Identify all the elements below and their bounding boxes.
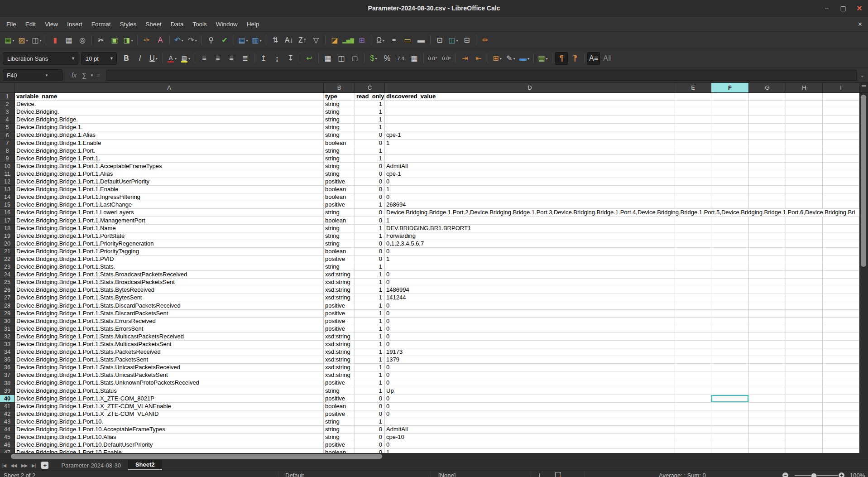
cell-C33[interactable]: 1: [355, 341, 385, 348]
date-format-button[interactable]: ▦: [408, 52, 421, 65]
split-handle-icon[interactable]: ▬: [859, 83, 868, 93]
cell-B29[interactable]: positive: [324, 310, 355, 318]
cell-G25[interactable]: [749, 279, 786, 286]
cell-A41[interactable]: Device.Bridging.Bridge.1.Port.1.X_ZTE-CO…: [15, 403, 324, 410]
cell-D46[interactable]: 0: [385, 441, 675, 449]
cell-C24[interactable]: 1: [355, 271, 385, 279]
row-header-42[interactable]: 42: [0, 410, 15, 418]
cell-C21[interactable]: 0: [355, 248, 385, 255]
row-header-15[interactable]: 15: [0, 201, 15, 209]
cell-C1[interactable]: read_only: [355, 93, 385, 101]
cell-F9[interactable]: [711, 155, 749, 163]
row-header-10[interactable]: 10: [0, 163, 15, 170]
cell-G47[interactable]: [749, 449, 786, 453]
cell-B4[interactable]: string: [324, 116, 355, 124]
insert-chart-button[interactable]: ▂▅▇: [342, 34, 355, 47]
align-right-button[interactable]: ≡: [225, 52, 238, 65]
cell-B36[interactable]: xsd:string: [324, 364, 355, 371]
cell-A21[interactable]: Device.Bridging.Bridge.1.Port.1.Priority…: [15, 248, 324, 255]
cell-F11[interactable]: [711, 170, 749, 178]
name-box[interactable]: ▼: [3, 69, 62, 81]
row-header-44[interactable]: 44: [0, 426, 15, 434]
cell-H27[interactable]: [786, 294, 823, 302]
cell-E46[interactable]: [675, 441, 711, 449]
cell-A30[interactable]: Device.Bridging.Bridge.1.Port.1.Stats.Er…: [15, 318, 324, 325]
function-wizard-icon[interactable]: fx: [72, 72, 77, 79]
cell-F22[interactable]: [711, 255, 749, 263]
cell-B28[interactable]: positive: [324, 302, 355, 310]
cell-C42[interactable]: 0: [355, 410, 385, 418]
cell-G13[interactable]: [749, 186, 786, 193]
cell-F41[interactable]: [711, 403, 749, 410]
cell-A36[interactable]: Device.Bridging.Bridge.1.Port.1.Stats.Un…: [15, 364, 324, 371]
borders-button[interactable]: ⊞▾: [491, 52, 504, 65]
chevron-down-icon[interactable]: ▼: [90, 73, 94, 77]
cell-D26[interactable]: 1486994: [385, 286, 675, 294]
row-header-17[interactable]: 17: [0, 217, 15, 225]
cell-G22[interactable]: [749, 255, 786, 263]
cell-A26[interactable]: Device.Bridging.Bridge.1.Port.1.Stats.By…: [15, 286, 324, 294]
row-header-11[interactable]: 11: [0, 170, 15, 178]
cell-H46[interactable]: [786, 441, 823, 449]
cell-E20[interactable]: [675, 240, 711, 248]
cell-B14[interactable]: boolean: [324, 193, 355, 201]
spelling-button[interactable]: ✔: [218, 34, 231, 47]
cell-C26[interactable]: 1: [355, 286, 385, 294]
cell-C5[interactable]: 1: [355, 124, 385, 131]
cell-F4[interactable]: [711, 116, 749, 124]
close-button[interactable]: ✕: [855, 4, 863, 13]
cell-H17[interactable]: [786, 217, 823, 225]
cell-B24[interactable]: xsd:string: [324, 271, 355, 279]
font-name-select[interactable]: Liberation Sans ▼: [3, 52, 78, 65]
cell-E4[interactable]: [675, 116, 711, 124]
cell-F24[interactable]: [711, 271, 749, 279]
cell-E36[interactable]: [675, 364, 711, 371]
cell-F14[interactable]: [711, 193, 749, 201]
cell-C36[interactable]: 1: [355, 364, 385, 371]
clone-formatting-button[interactable]: ✑: [140, 34, 153, 47]
cell-I3[interactable]: [823, 108, 859, 116]
cell-H43[interactable]: [786, 418, 823, 426]
cell-B39[interactable]: string: [324, 387, 355, 395]
row-header-26[interactable]: 26: [0, 286, 15, 294]
cell-G4[interactable]: [749, 116, 786, 124]
cell-A3[interactable]: Device.Bridging.: [15, 108, 324, 116]
cell-A31[interactable]: Device.Bridging.Bridge.1.Port.1.Stats.Er…: [15, 325, 324, 333]
cell-G18[interactable]: [749, 225, 786, 232]
cell-B11[interactable]: string: [324, 170, 355, 178]
last-sheet-button[interactable]: ▶|: [29, 460, 38, 470]
currency-button[interactable]: $▾: [367, 52, 380, 65]
row-header-37[interactable]: 37: [0, 371, 15, 379]
cell-H14[interactable]: [786, 193, 823, 201]
column-header-h[interactable]: H: [786, 83, 823, 93]
cell-E8[interactable]: [675, 147, 711, 155]
cell-I47[interactable]: [823, 449, 859, 453]
cell-D7[interactable]: 1: [385, 140, 675, 147]
cell-I30[interactable]: [823, 318, 859, 325]
cell-H47[interactable]: [786, 449, 823, 453]
align-left-button[interactable]: ≡: [198, 52, 211, 65]
cell-A9[interactable]: Device.Bridging.Bridge.1.Port.1.: [15, 155, 324, 163]
cell-H9[interactable]: [786, 155, 823, 163]
cell-I6[interactable]: [823, 131, 859, 139]
cell-F35[interactable]: [711, 356, 749, 364]
cell-I45[interactable]: [823, 434, 859, 441]
cell-C44[interactable]: 0: [355, 426, 385, 434]
cell-B13[interactable]: boolean: [324, 186, 355, 193]
cell-D19[interactable]: Forwarding: [385, 232, 675, 240]
cell-F26[interactable]: [711, 286, 749, 294]
cell-F8[interactable]: [711, 147, 749, 155]
cell-I17[interactable]: [823, 217, 859, 225]
cell-F38[interactable]: [711, 379, 749, 387]
cell-B40[interactable]: positive: [324, 395, 355, 403]
cell-D4[interactable]: [385, 116, 675, 124]
cell-I9[interactable]: [823, 155, 859, 163]
cell-F29[interactable]: [711, 310, 749, 318]
cell-E24[interactable]: [675, 271, 711, 279]
merge-cells-button[interactable]: ◫: [335, 52, 348, 65]
menu-window[interactable]: Window: [211, 21, 242, 28]
cell-G46[interactable]: [749, 441, 786, 449]
cell-B5[interactable]: string: [324, 124, 355, 131]
justified-button[interactable]: ≣: [239, 52, 251, 65]
insert-hyperlink-button[interactable]: ⚭: [388, 34, 400, 47]
